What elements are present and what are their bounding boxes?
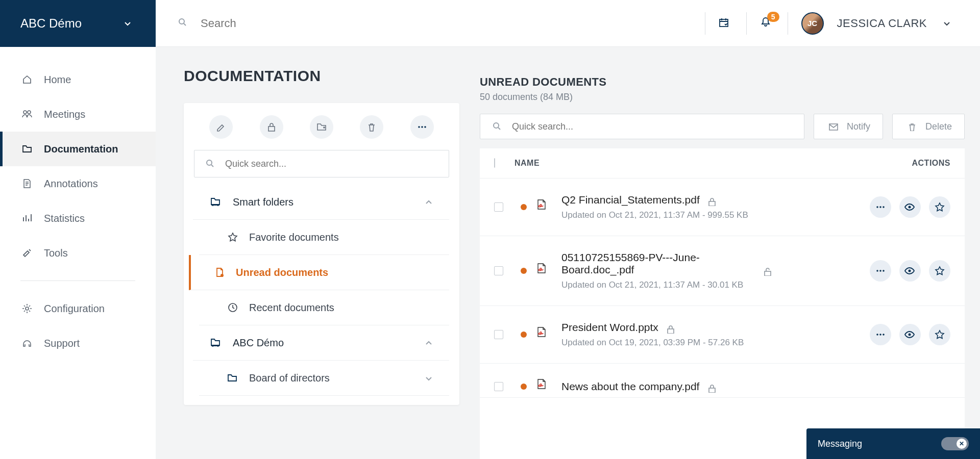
row-view-button[interactable] [899,196,921,218]
delete-button[interactable]: Delete [892,114,965,139]
sidebar-item-label: Meetings [44,109,85,120]
sidebar-item-home[interactable]: Home [0,62,156,97]
search-icon [491,119,505,134]
row-favorite-button[interactable] [929,196,950,218]
tree-item-label: Favorite documents [249,232,339,243]
page-title: DOCUMENTATION [184,67,459,85]
folder-icon [226,371,240,385]
messaging-toggle[interactable]: ✕ [941,437,969,450]
document-meta: Updated on Oct 21, 2021, 11:37 AM - 999.… [561,210,861,220]
tree-item-recent[interactable]: Recent documents [199,290,449,325]
pdf-icon [536,263,552,278]
document-name[interactable]: News about the company.pdf [561,380,699,392]
notifications-button[interactable]: 5 [760,16,774,31]
pdf-icon [536,327,552,342]
col-actions: ACTIONS [838,159,950,168]
document-list[interactable]: Q2 Financial_Statements.pdf Updated on O… [480,178,965,459]
row-more-button[interactable] [870,324,891,345]
tree-section-tenant[interactable]: ABC Démo [193,325,449,361]
search-input[interactable] [201,17,446,30]
more-button[interactable] [410,115,434,139]
chevron-down-icon[interactable] [940,16,954,31]
unlock-icon [763,267,772,276]
table-head: NAME ACTIONS [480,148,965,178]
folder-quick-search[interactable] [194,150,449,177]
lock-button[interactable] [260,115,283,139]
documents-subtitle: 50 documents (84 MB) [480,92,965,103]
calendar-icon[interactable] [719,16,733,31]
file-unread-icon [212,265,227,279]
document-name[interactable]: Q2 Financial_Statements.pdf [561,194,700,206]
tree-item-label: Recent documents [249,302,334,314]
pdf-icon [536,379,552,394]
row-more-button[interactable] [870,260,891,282]
folder-search-input[interactable] [225,159,439,169]
recent-icon [226,300,240,315]
edit-button[interactable] [209,115,233,139]
row-more-button[interactable] [870,196,891,218]
folder-board-icon [209,195,224,209]
row-actions [870,324,950,345]
delete-label: Delete [925,121,952,132]
chevron-up-icon [425,339,433,346]
row-view-button[interactable] [899,260,921,282]
tree-item-favorite[interactable]: Favorite documents [199,220,449,255]
divider [20,280,135,281]
sidebar-item-label: Configuration [44,303,105,315]
sidebar-item-label: Home [44,74,71,86]
tenant-switcher[interactable]: ABC Démo [0,0,156,47]
delete-button[interactable] [360,115,383,139]
people-icon [20,107,35,121]
notify-button[interactable]: Notify [814,114,883,139]
row-checkbox[interactable] [494,202,503,212]
documents-search-input[interactable] [512,121,794,132]
sidebar-item-support[interactable]: Support [0,326,156,361]
mail-icon [826,119,841,134]
row-checkbox[interactable] [494,382,503,391]
sidebar-item-tools[interactable]: Tools [0,236,156,270]
row-checkbox[interactable] [494,266,503,275]
tree-section-smart-folders[interactable]: Smart folders [193,185,449,220]
messaging-panel[interactable]: Messaging ✕ [806,428,980,459]
stats-icon [20,211,35,225]
avatar[interactable]: JC [801,12,824,35]
table-row: 05110725155869-PV---June-Board.doc_.pdf … [480,236,965,306]
sidebar-item-label: Statistics [44,213,85,224]
documents-title: UNREAD DOCUMENTS [480,75,965,89]
sidebar-item-documentation[interactable]: Documentation [0,132,156,166]
unread-dot-icon [521,204,527,210]
folder-board-icon [209,336,224,350]
unread-dot-icon [521,332,527,338]
tree-item-board[interactable]: Board of directors [199,361,449,396]
global-search[interactable] [177,16,446,31]
row-favorite-button[interactable] [929,324,950,345]
row-view-button[interactable] [899,324,921,345]
tree-item-unread[interactable]: Unread documents [189,255,449,290]
close-icon: ✕ [959,440,964,447]
select-all-checkbox[interactable] [494,158,495,168]
topbar: 5 JC JESSICA CLARK [156,0,980,47]
folder-tree[interactable]: Smart folders Favorite documents Unread … [184,185,459,396]
lock-icon [666,324,675,334]
chevron-down-icon [121,16,135,31]
user-name: JESSICA CLARK [837,17,927,30]
lock-icon [707,197,716,206]
sidebar-item-configuration[interactable]: Configuration [0,291,156,326]
tree-item-label: Unread documents [236,267,328,278]
row-favorite-button[interactable] [929,260,950,282]
sidebar-item-annotations[interactable]: Annotations [0,166,156,201]
document-name[interactable]: 05110725155869-PV---June-Board.doc_.pdf [561,251,755,276]
folder-toolbar [184,112,459,150]
new-folder-button[interactable] [310,115,333,139]
sidebar-item-meetings[interactable]: Meetings [0,97,156,132]
row-checkbox[interactable] [494,330,503,339]
table-row: President Word.pptx Updated on Oct 19, 2… [480,306,965,364]
sidebar-item-label: Support [44,338,80,349]
documents-quick-search[interactable] [480,114,804,139]
document-name[interactable]: President Word.pptx [561,321,658,333]
sidebar-item-statistics[interactable]: Statistics [0,201,156,236]
folder-panel: Smart folders Favorite documents Unread … [184,103,459,405]
primary-nav: Home Meetings Documentation Annotations … [0,47,156,361]
sidebar-item-label: Annotations [44,178,98,190]
search-icon [204,157,218,171]
